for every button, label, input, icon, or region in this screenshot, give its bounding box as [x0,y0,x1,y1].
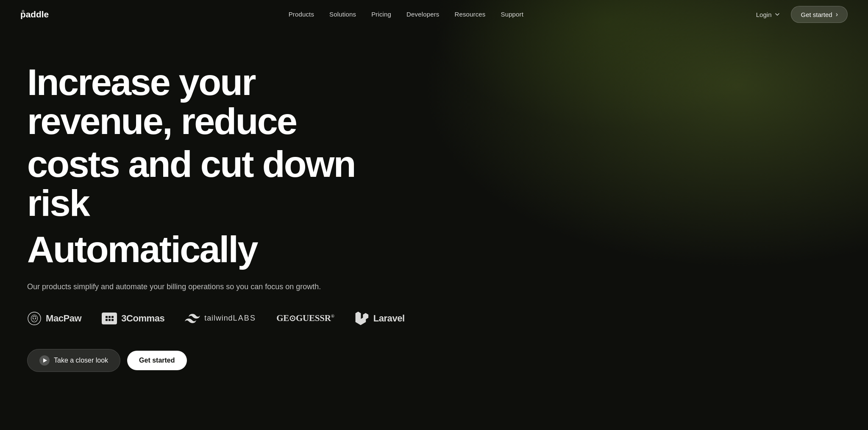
get-started-hero-label: Get started [139,357,175,364]
nav-links: Products Solutions Pricing Developers Re… [289,11,523,18]
hero-headline-line2: costs and cut down risk [27,145,409,223]
nav-link-products[interactable]: Products [289,11,314,18]
get-started-nav-label: Get started [801,11,832,18]
nav-right-actions: Login Get started › [751,6,848,23]
laravel-icon [355,312,369,325]
nav-link-pricing[interactable]: Pricing [371,11,391,18]
hero-description: Our products simplify and automate your … [27,281,324,293]
take-closer-look-button[interactable]: Take a closer look [27,349,120,372]
tailwindlabs-logo: tailwindLABS [185,312,256,325]
nav-item-products[interactable]: Products [289,11,314,18]
cta-buttons: Take a closer look Get started [27,349,481,372]
partner-logos: MacPaw 3Commas tailwindLABS [27,312,481,325]
play-triangle-icon [43,358,47,363]
nav-link-support[interactable]: Support [501,11,523,18]
nav-item-pricing[interactable]: Pricing [371,11,391,18]
nav-item-support[interactable]: Support [501,11,523,18]
nav-item-resources[interactable]: Resources [454,11,485,18]
tailwindlabs-label: tailwindLABS [204,314,256,323]
svg-point-1 [22,10,24,12]
nav-item-developers[interactable]: Developers [406,11,439,18]
nav-link-resources[interactable]: Resources [454,11,485,18]
get-started-hero-button[interactable]: Get started [127,351,186,370]
nav-link-developers[interactable]: Developers [406,11,439,18]
login-button[interactable]: Login [751,8,786,22]
hero-sub-headline: Automatically [27,230,481,269]
geoguessr-label: GE⊙GUESSR® [276,313,334,324]
threecommas-label: 3Commas [121,313,164,324]
geo-pin-icon: ⊙ [289,313,296,323]
threecommas-logo: 3Commas [102,313,164,324]
hero-section: Increase your revenue, reduce costs and … [0,29,509,372]
svg-point-4 [35,318,36,319]
svg-point-2 [28,312,41,325]
svg-text:paddle: paddle [20,9,49,19]
nav-link-solutions[interactable]: Solutions [329,11,356,18]
arrow-right-icon: › [836,11,838,18]
macpaw-label: MacPaw [46,313,81,324]
paddle-logo-svg: paddle [20,8,61,20]
logo[interactable]: paddle [20,8,61,20]
laravel-label: Laravel [373,313,405,324]
take-closer-look-label: Take a closer look [54,357,108,364]
chevron-down-icon [774,11,781,18]
svg-point-3 [33,318,34,319]
get-started-nav-button[interactable]: Get started › [791,6,848,23]
navigation: paddle Products Solutions Pricing Develo… [0,0,868,29]
threecommas-icon [102,313,117,324]
geoguessr-logo: GE⊙GUESSR® [276,313,334,324]
macpaw-icon [27,312,42,325]
tailwind-icon [185,312,200,325]
login-label: Login [756,11,772,18]
laravel-logo: Laravel [355,312,405,325]
hero-headline-line1: Increase your revenue, reduce [27,63,409,141]
play-icon [39,355,50,366]
nav-item-solutions[interactable]: Solutions [329,11,356,18]
macpaw-logo: MacPaw [27,312,81,325]
